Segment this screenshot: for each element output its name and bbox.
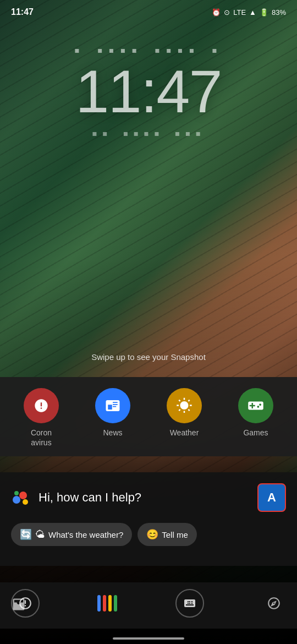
tell-chip[interactable]: 😊 Tell me (138, 523, 197, 546)
chip-cloud-icon: 🌤 (35, 529, 45, 541)
quick-actions-bar: Coronavirus News Weather Games (0, 377, 297, 456)
svg-point-1 (19, 492, 27, 499)
assistant-left: Hi, how can I help? (11, 488, 141, 507)
clock-area: ▪ ▪▪▪▪ ▪▪▪▪ ▪ 11:47 ▪▪ ▪▪▪▪ ▪▪▪ (0, 44, 297, 139)
google-bar-green (114, 595, 117, 612)
bottom-bar (0, 582, 297, 629)
lte-label: LTE (233, 8, 246, 17)
status-time: 11:47 (11, 7, 34, 17)
signal-icon: ▲ (249, 8, 256, 17)
google-assistant-logo (11, 488, 31, 507)
avatar-button[interactable]: A (257, 483, 286, 512)
svg-point-2 (23, 499, 28, 505)
chip-smile-icon: 😊 (146, 528, 158, 541)
quick-action-news[interactable]: News (85, 388, 140, 438)
clock-bottom-dots: ▪▪ ▪▪▪▪ ▪▪▪ (91, 127, 205, 139)
coronavirus-label: Coronavirus (31, 428, 52, 447)
battery-percent: 83% (272, 8, 286, 17)
alarm-icon: ⏰ (212, 8, 221, 17)
tell-chip-text: Tell me (162, 530, 188, 539)
chip-history-icon: 🔄 (20, 528, 32, 541)
games-icon (238, 388, 273, 423)
google-bar-blue (97, 595, 101, 612)
inbox-tray-icon[interactable] (11, 597, 26, 614)
weather-label: Weather (170, 428, 199, 438)
compass-button[interactable] (262, 591, 286, 615)
svg-point-0 (13, 496, 20, 504)
google-bar-yellow (108, 595, 112, 612)
assistant-area: Hi, how can I help? A 🔄 🌤 What's the wea… (0, 472, 297, 566)
assistant-row: Hi, how can I help? A (11, 483, 286, 512)
svg-point-3 (14, 491, 19, 495)
coronavirus-icon (24, 388, 59, 423)
weather-chip-text: What's the weather? (48, 530, 123, 539)
location-icon: ⊙ (224, 8, 230, 17)
swipe-hint: Swipe up to see your Snapshot (0, 352, 297, 362)
google-bar-red (103, 595, 106, 612)
assistant-greeting: Hi, how can I help? (38, 490, 141, 505)
games-label: Games (243, 428, 268, 438)
news-icon (95, 388, 130, 423)
weather-chip[interactable]: 🔄 🌤 What's the weather? (11, 523, 132, 546)
battery-icon: 🔋 (260, 8, 268, 17)
google-logo-bar (97, 595, 117, 612)
quick-action-weather[interactable]: Weather (157, 388, 212, 438)
news-label: News (103, 428, 122, 438)
weather-icon (167, 388, 202, 423)
clock-date-dots: ▪ ▪▪▪▪ ▪▪▪▪ ▪ (74, 44, 223, 56)
home-indicator (113, 637, 184, 640)
status-icons: ⏰ ⊙ LTE ▲ 🔋 83% (212, 8, 286, 17)
clock-display: 11:47 (75, 61, 221, 122)
quick-action-games[interactable]: Games (228, 388, 283, 438)
suggestion-chips: 🔄 🌤 What's the weather? 😊 Tell me (11, 523, 286, 546)
status-bar: 11:47 ⏰ ⊙ LTE ▲ 🔋 83% (0, 0, 297, 24)
quick-action-coronavirus[interactable]: Coronavirus (14, 388, 69, 447)
keyboard-button[interactable] (175, 589, 204, 618)
